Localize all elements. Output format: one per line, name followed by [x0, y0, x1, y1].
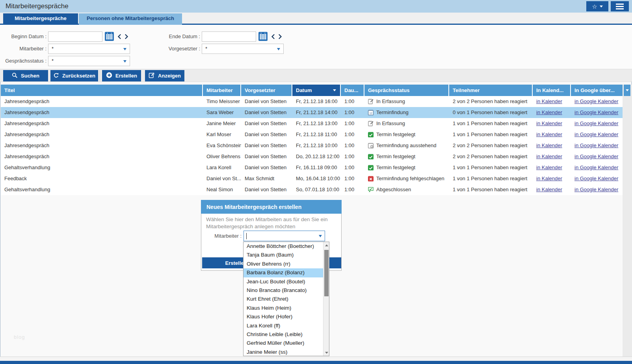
favorite-button[interactable]: ☆ [586, 1, 608, 11]
kalender-link[interactable]: in Kalender [536, 187, 562, 192]
column-header-in-kalender[interactable]: In Kalend... [533, 85, 571, 96]
dropdown-item[interactable]: Nino Brancato (Brancato) [244, 286, 323, 295]
dropdown-item[interactable]: Lara Korell (ff) [244, 322, 323, 330]
table-row[interactable]: JahresendgesprächTimo MeissnerDaniel von… [1, 96, 623, 107]
cell-mitarbeiter: Lara Korell [203, 162, 241, 173]
zuruecksetzen-button[interactable]: Zurücksetzen [50, 70, 98, 81]
cell-vorgesetzter: Daniel von Stetten [241, 151, 292, 162]
table-row[interactable]: FeedbackDaniel von St...Max SchmidtMo, 1… [1, 173, 623, 184]
cell-status: Terminfindung ausstehend [364, 140, 449, 151]
dropdown-item[interactable]: Klaus Hofer (Hofer) [244, 312, 323, 321]
table-row[interactable]: JahresendgesprächKarl MoserDaniel von St… [1, 129, 623, 140]
cell-vorgesetzter: Daniel von Stetten [241, 107, 292, 118]
kalender-link[interactable]: in Kalender [536, 142, 562, 148]
column-header-in-google[interactable]: In Google über... [571, 85, 623, 96]
column-chooser-button[interactable] [624, 85, 630, 96]
column-header-titel[interactable]: Titel [1, 85, 203, 96]
erstellen-button[interactable]: Erstellen [102, 70, 141, 81]
chat-check-icon [368, 187, 374, 193]
beginn-calendar-icon[interactable] [105, 32, 114, 41]
table-row[interactable]: GehaltsverhandlungNeal SimonDaniel von S… [1, 184, 623, 195]
kalender-link[interactable]: in Kalender [536, 131, 562, 137]
cell-google-kalender-link: in Google Kalender [571, 118, 623, 129]
cell-mitarbeiter: Timo Meissner [203, 96, 241, 107]
scrollbar-thumb[interactable] [324, 250, 329, 296]
dropdown-item[interactable]: Gerfried Müller (Mueller) [244, 339, 323, 347]
cell-vorgesetzter: Daniel von Stetten [241, 184, 292, 195]
google-kalender-link[interactable]: in Google Kalender [574, 142, 618, 148]
dropdown-scrollbar[interactable] [323, 242, 329, 356]
suchen-button[interactable]: Suchen [3, 70, 48, 81]
dropdown-item[interactable]: Oliver Behrens (rr) [244, 260, 323, 268]
google-kalender-link[interactable]: in Google Kalender [574, 153, 618, 159]
dropdown-item[interactable]: Klaus Heim (Heim) [244, 304, 323, 312]
table-row[interactable]: JahresendgesprächOliver BehrensDaniel vo… [1, 151, 623, 162]
table-row[interactable]: JahresendgesprächEva SchönsteinDaniel vo… [1, 140, 623, 151]
google-kalender-link[interactable]: in Google Kalender [574, 120, 618, 126]
cell-datum: So, 07.01.18 10:00 [292, 184, 341, 195]
dropdown-items: Annette Böttcher (Boettcher)Tanja Baum (… [244, 242, 323, 356]
beginn-datum-label: Beginn Datum : [0, 31, 46, 42]
cell-kalender-link: in Kalender [533, 129, 571, 140]
bottom-scroll-strip[interactable] [0, 357, 632, 361]
dropdown-item[interactable]: Annette Böttcher (Boettcher) [244, 242, 323, 251]
tab-mitarbeitergespraeche[interactable]: Mitarbeitergespräche [3, 13, 78, 25]
column-header-mitarbeiter[interactable]: Mitarbeiter [203, 85, 241, 96]
dialog-mitarbeiter-combobox[interactable] [244, 231, 325, 241]
mitarbeiter-filter-select[interactable]: * [48, 44, 130, 54]
google-kalender-link[interactable]: in Google Kalender [574, 164, 618, 170]
dropdown-item[interactable]: Christine Leible (Leible) [244, 330, 323, 339]
table-row[interactable]: GehaltsverhandlungLara KorellDaniel von … [1, 162, 623, 173]
vorgesetzter-filter-select[interactable]: * [202, 44, 284, 54]
dropdown-item[interactable]: Tanja Baum (Baum) [244, 251, 323, 259]
scroll-down-icon[interactable] [323, 349, 329, 356]
column-header-dauer[interactable]: Dau... [341, 85, 364, 96]
cell-google-kalender-link: in Google Kalender [571, 151, 623, 162]
ende-datum-label: Ende Datum : [118, 31, 200, 42]
ende-datum-input[interactable] [202, 31, 256, 42]
table-row[interactable]: JahresendgesprächSara WeberDaniel von St… [1, 107, 623, 118]
google-kalender-link[interactable]: in Google Kalender [574, 176, 618, 181]
dialog-mitarbeiter-label: Mitarbeiter : [201, 231, 242, 241]
cell-google-kalender-link: in Google Kalender [571, 184, 623, 195]
tab-personen-ohne-gespraech[interactable]: Personen ohne Mitarbeitergespräch [79, 13, 182, 25]
google-kalender-link[interactable]: in Google Kalender [574, 98, 618, 104]
dropdown-item[interactable]: Barbara Bolanz (Bolanz) [244, 268, 323, 277]
dropdown-item[interactable]: Jean-Luc Boutel (Boutel) [244, 277, 323, 286]
kalender-link[interactable]: in Kalender [536, 153, 562, 159]
ende-next-icon[interactable] [277, 32, 283, 41]
scroll-up-icon[interactable] [323, 242, 329, 248]
anzeigen-button[interactable]: Anzeigen [145, 70, 184, 81]
menu-button[interactable] [611, 1, 629, 11]
cell-mitarbeiter: Eva Schönstein [203, 140, 241, 151]
chevron-down-icon [277, 48, 280, 50]
kalender-link[interactable]: in Kalender [536, 98, 562, 104]
dropdown-item[interactable]: Kurt Ehret (Ehret) [244, 295, 323, 303]
cell-titel: Gehaltsverhandlung [1, 184, 203, 195]
cell-kalender-link: in Kalender [533, 96, 571, 107]
column-header-gespraechsstatus[interactable]: Gesprächsstatus [364, 85, 449, 96]
cell-status: Termin festgelegt [364, 151, 449, 162]
cell-kalender-link: in Kalender [533, 140, 571, 151]
column-header-teilnehmer[interactable]: Teilnehmer [449, 85, 533, 96]
google-kalender-link[interactable]: in Google Kalender [574, 131, 618, 137]
table-row[interactable]: JahresendgesprächJanine MeierDaniel von … [1, 118, 623, 129]
google-kalender-link[interactable]: in Google Kalender [574, 109, 618, 115]
titlebar: Mitarbeitergespräche ☆ [0, 0, 632, 13]
column-header-datum[interactable]: Datum [292, 85, 341, 96]
gespraechsstatus-filter-select[interactable]: * [48, 56, 130, 66]
cell-dauer: 1:00 [341, 162, 364, 173]
search-icon [12, 72, 18, 79]
ende-prev-icon[interactable] [270, 32, 276, 41]
ende-calendar-icon[interactable] [258, 32, 268, 41]
calendar-find-icon: 12 [368, 109, 374, 116]
column-header-vorgesetzter[interactable]: Vorgesetzter [241, 85, 292, 96]
kalender-link[interactable]: in Kalender [536, 176, 562, 181]
beginn-datum-input[interactable] [48, 31, 102, 42]
cell-vorgesetzter: Daniel von Stetten [241, 96, 292, 107]
google-kalender-link[interactable]: in Google Kalender [574, 187, 618, 192]
kalender-link[interactable]: in Kalender [536, 109, 562, 115]
kalender-link[interactable]: in Kalender [536, 120, 562, 126]
dropdown-item[interactable]: Janine Meier (ss) [244, 348, 323, 356]
kalender-link[interactable]: in Kalender [536, 164, 562, 170]
